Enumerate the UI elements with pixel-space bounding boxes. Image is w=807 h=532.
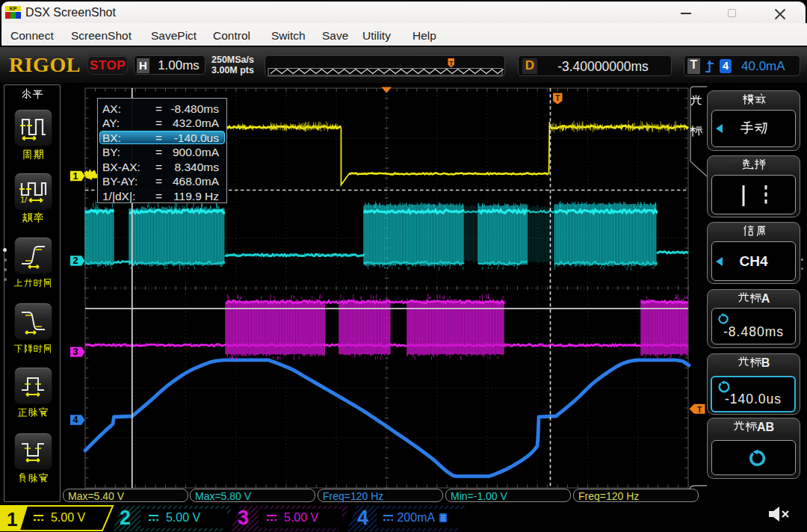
svg-text:3: 3 (73, 347, 78, 357)
svg-text:KP: KP (10, 6, 17, 11)
svg-text:1: 1 (7, 508, 17, 531)
svg-text:T: T (555, 93, 560, 102)
svg-text:T: T (697, 405, 702, 414)
svg-text:2: 2 (73, 256, 78, 266)
svg-text:1/: 1/ (20, 195, 28, 204)
svg-text:4: 4 (73, 415, 78, 425)
svg-text:T: T (449, 60, 454, 67)
svg-text:1: 1 (73, 171, 78, 182)
